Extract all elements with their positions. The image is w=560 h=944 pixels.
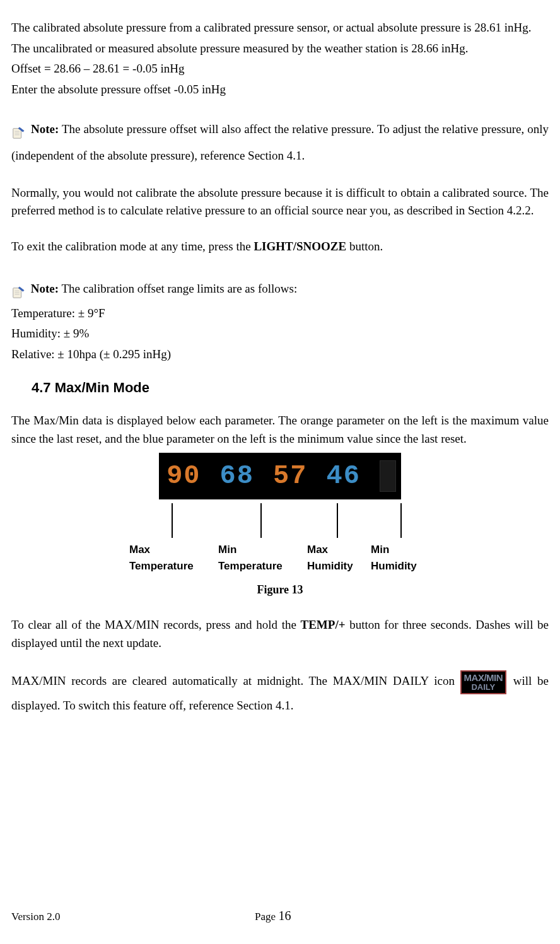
label-max: Max bbox=[129, 544, 150, 556]
maxmin-icon-bot-text: DAILY bbox=[464, 682, 503, 692]
paragraph-calibrated-pressure: The calibrated absolute pressure from a … bbox=[11, 19, 549, 37]
label-humidity: Humidity bbox=[307, 560, 353, 572]
page-label: Page bbox=[255, 911, 278, 923]
label-min: Min bbox=[218, 544, 236, 556]
limit-relative: Relative: ± 10hpa (± 0.295 inHg) bbox=[11, 346, 549, 364]
temp-plus-label: TEMP/+ bbox=[301, 618, 346, 631]
label-min-temp: Min Temperature bbox=[218, 503, 303, 574]
exit-text-after: button. bbox=[346, 240, 383, 253]
limit-humidity: Humidity: ± 9% bbox=[11, 325, 549, 343]
paragraph-exit-calibration: To exit the calibration mode at any time… bbox=[11, 238, 549, 256]
exit-text-before: To exit the calibration mode at any time… bbox=[11, 240, 254, 253]
footer-page: Page 16 bbox=[60, 906, 549, 925]
paragraph-normally: Normally, you would not calibrate the ab… bbox=[11, 184, 549, 220]
max-humidity-value: 57 bbox=[273, 463, 307, 489]
maxmin-daily-icon: MAX/MIN DAILY bbox=[460, 670, 507, 695]
note-offset-limits: Note: The calibration offset range limit… bbox=[11, 276, 549, 302]
note-label: Note: bbox=[31, 282, 59, 295]
note-text: The calibration offset range limits are … bbox=[59, 282, 297, 295]
page-footer: Version 2.0 Page 16 bbox=[11, 906, 549, 925]
paragraph-uncalibrated-pressure: The uncalibrated or measured absolute pr… bbox=[11, 40, 549, 58]
page-number: 16 bbox=[278, 909, 291, 923]
min-temp-value: 68 bbox=[220, 463, 254, 489]
label-max: Max bbox=[307, 544, 328, 556]
label-temperature: Temperature bbox=[129, 560, 194, 572]
paragraph-auto-clear: MAX/MIN records are cleared automaticall… bbox=[11, 670, 549, 717]
max-temp-value: 90 bbox=[166, 463, 201, 489]
note-icon bbox=[11, 283, 25, 296]
figure-13: 90 68 57 46 Max Temperature Min Temperat… bbox=[11, 453, 549, 598]
heading-maxmin-mode: 4.7 Max/Min Mode bbox=[32, 377, 549, 398]
note-icon bbox=[11, 123, 25, 137]
figure-caption: Figure 13 bbox=[11, 581, 549, 598]
svg-rect-0 bbox=[13, 128, 21, 138]
note-text: The absolute pressure offset will also a… bbox=[11, 122, 549, 162]
label-max-temp: Max Temperature bbox=[129, 503, 214, 574]
label-min: Min bbox=[371, 544, 389, 556]
display-labels: Max Temperature Min Temperature Max Humi… bbox=[11, 503, 549, 574]
svg-rect-4 bbox=[13, 288, 21, 298]
paragraph-maxmin-desc: The Max/Min data is displayed below each… bbox=[11, 412, 549, 448]
label-max-humidity: Max Humidity bbox=[307, 503, 367, 574]
maxmin-icon-top-text: MAX/MIN bbox=[464, 673, 503, 682]
label-humidity: Humidity bbox=[371, 560, 417, 572]
limit-temperature: Temperature: ± 9°F bbox=[11, 305, 549, 323]
light-snooze-label: LIGHT/SNOOZE bbox=[254, 240, 346, 253]
footer-version: Version 2.0 bbox=[11, 909, 60, 925]
paragraph-offset-calc: Offset = 28.66 – 28.61 = -0.05 inHg bbox=[11, 60, 549, 78]
paragraph-clear-records: To clear all of the MAX/MIN records, pre… bbox=[11, 616, 549, 652]
label-temperature: Temperature bbox=[218, 560, 283, 572]
note-absolute-pressure: Note: The absolute pressure offset will … bbox=[11, 116, 549, 169]
clear-text-before: To clear all of the MAX/MIN records, pre… bbox=[11, 618, 301, 631]
label-min-humidity: Min Humidity bbox=[371, 503, 431, 574]
min-humidity-value: 46 bbox=[326, 463, 360, 489]
lcd-display-panel: 90 68 57 46 bbox=[159, 453, 401, 499]
paragraph-enter-offset: Enter the absolute pressure offset -0.05… bbox=[11, 81, 549, 99]
display-end-block bbox=[380, 460, 396, 492]
auto-clear-before: MAX/MIN records are cleared automaticall… bbox=[11, 674, 460, 687]
note-label: Note: bbox=[31, 122, 59, 136]
offset-limit-list: Temperature: ± 9°F Humidity: ± 9% Relati… bbox=[11, 305, 549, 364]
